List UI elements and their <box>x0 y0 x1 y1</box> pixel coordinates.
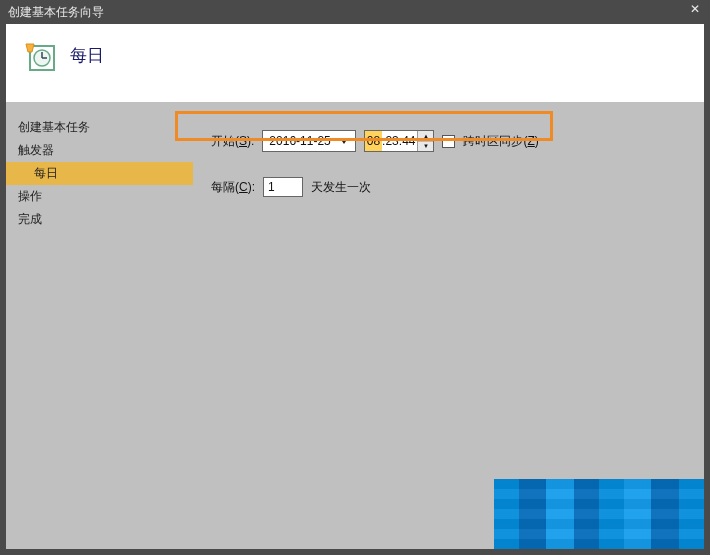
wizard-header: 每日 <box>6 24 704 102</box>
page-title: 每日 <box>70 44 104 67</box>
dialog-window: 创建基本任务向导 ✕ 每日 创建基本任务 触发器 每日 操作 <box>0 0 710 555</box>
svg-marker-5 <box>340 138 348 144</box>
interval-unit-label: 天发生一次 <box>311 179 371 196</box>
spinner-down-icon[interactable]: ▼ <box>418 142 433 152</box>
step-action[interactable]: 操作 <box>6 185 193 208</box>
window-title: 创建基本任务向导 <box>8 4 104 21</box>
title-bar: 创建基本任务向导 ✕ <box>0 0 710 24</box>
start-time-hours[interactable]: 08 <box>365 131 382 151</box>
start-label: 开始(S): <box>211 133 254 150</box>
start-date-value: 2016-11-25 <box>269 134 330 148</box>
interval-row: 每隔(C): 1 天发生一次 <box>211 172 686 202</box>
step-trigger[interactable]: 触发器 <box>6 139 193 162</box>
wizard-steps-sidebar: 创建基本任务 触发器 每日 操作 完成 <box>6 102 193 549</box>
interval-label: 每隔(C): <box>211 179 255 196</box>
svg-marker-4 <box>26 44 34 52</box>
interval-input[interactable]: 1 <box>263 177 303 197</box>
start-date-picker[interactable]: 2016-11-25 <box>262 130 355 152</box>
sync-timezone-label: 跨时区同步(Z) <box>463 133 538 150</box>
start-time-rest[interactable]: :23:44 <box>382 131 417 151</box>
dialog-body: 每日 创建基本任务 触发器 每日 操作 完成 开始(S): 2016-11-25 <box>6 24 704 549</box>
sync-timezone-checkbox[interactable] <box>442 135 455 148</box>
close-icon[interactable]: ✕ <box>690 2 700 16</box>
pixelated-overlay <box>494 479 704 549</box>
step-create-basic-task[interactable]: 创建基本任务 <box>6 116 193 139</box>
step-daily[interactable]: 每日 <box>6 162 193 185</box>
start-row: 开始(S): 2016-11-25 08 :23:44 ▲ ▼ <box>211 126 686 156</box>
step-finish[interactable]: 完成 <box>6 208 193 231</box>
time-spinner[interactable]: ▲ ▼ <box>417 131 433 151</box>
start-time-picker[interactable]: 08 :23:44 ▲ ▼ <box>364 130 435 152</box>
scheduler-icon <box>24 40 58 74</box>
date-dropdown-icon[interactable] <box>337 131 351 151</box>
spinner-up-icon[interactable]: ▲ <box>418 131 433 142</box>
